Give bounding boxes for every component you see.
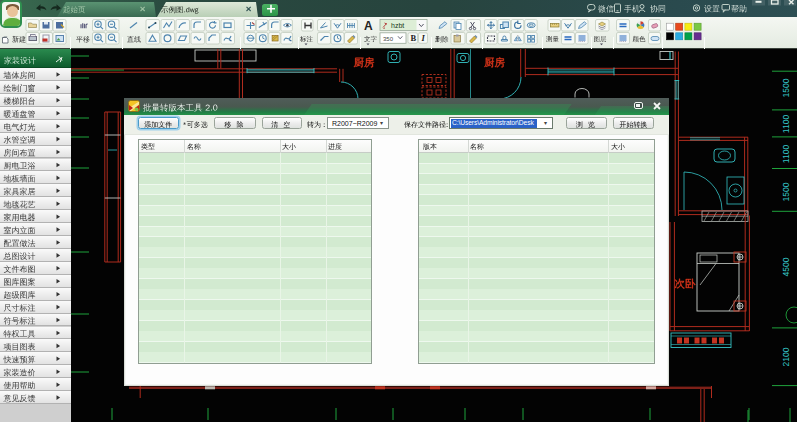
svg-text:1500: 1500 <box>781 182 791 201</box>
svg-text:2100: 2100 <box>781 347 791 366</box>
svg-text:4500: 4500 <box>781 257 791 276</box>
svg-text:1100: 1100 <box>781 145 791 164</box>
svg-text:1500: 1500 <box>781 78 791 97</box>
svg-text:1100: 1100 <box>781 115 791 134</box>
